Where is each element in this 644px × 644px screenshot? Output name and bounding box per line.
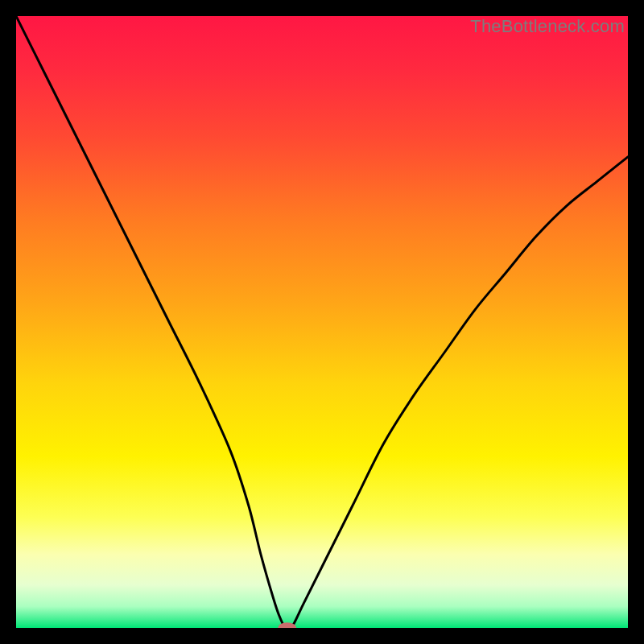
chart-frame: TheBottleneck.com — [16, 16, 628, 628]
watermark-text: TheBottleneck.com — [470, 16, 625, 37]
chart-svg — [16, 16, 628, 628]
chart-background — [16, 16, 628, 628]
